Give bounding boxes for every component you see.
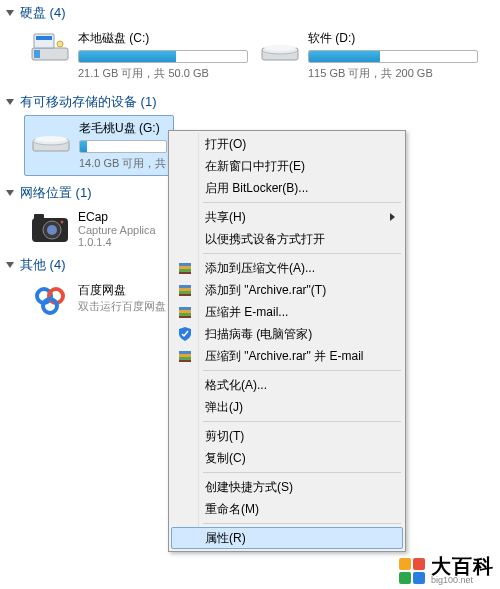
menu-item[interactable]: 属性(R) bbox=[171, 527, 403, 549]
menu-separator bbox=[203, 421, 401, 422]
menu-separator bbox=[203, 202, 401, 203]
drive-c[interactable]: 本地磁盘 (C:) 21.1 GB 可用，共 50.0 GB bbox=[24, 26, 254, 85]
drive-name: 软件 (D:) bbox=[308, 30, 478, 47]
menu-item[interactable]: 压缩到 "Archive.rar" 并 E-mail bbox=[171, 345, 403, 367]
capacity-bar bbox=[308, 50, 478, 63]
svg-point-10 bbox=[35, 136, 67, 142]
watermark-url: big100.net bbox=[431, 576, 494, 585]
svg-rect-20 bbox=[179, 263, 191, 266]
rar-icon bbox=[176, 259, 194, 277]
usb-drive-icon bbox=[31, 120, 71, 154]
collapse-arrow-icon bbox=[6, 99, 14, 105]
menu-item[interactable]: 压缩并 E-mail... bbox=[171, 301, 403, 323]
menu-item[interactable]: 以便携式设备方式打开 bbox=[171, 228, 403, 250]
rar-icon bbox=[176, 303, 194, 321]
menu-item-label: 创建快捷方式(S) bbox=[205, 479, 293, 496]
section-title: 网络位置 (1) bbox=[20, 184, 92, 202]
menu-separator bbox=[203, 472, 401, 473]
svg-rect-22 bbox=[179, 269, 191, 272]
capacity-bar bbox=[78, 50, 248, 63]
svg-point-14 bbox=[47, 225, 57, 235]
hdd-icon bbox=[30, 30, 70, 64]
capacity-bar bbox=[79, 140, 167, 153]
menu-item-label: 属性(R) bbox=[205, 530, 246, 547]
menu-item-label: 弹出(J) bbox=[205, 399, 243, 416]
collapse-arrow-icon bbox=[6, 10, 14, 16]
menu-item[interactable]: 弹出(J) bbox=[171, 396, 403, 418]
app-description: Capture Applica bbox=[78, 224, 156, 236]
menu-item[interactable]: 重命名(M) bbox=[171, 498, 403, 520]
menu-item[interactable]: 共享(H) bbox=[171, 206, 403, 228]
svg-rect-33 bbox=[179, 354, 191, 357]
svg-rect-30 bbox=[179, 313, 191, 316]
menu-separator bbox=[203, 253, 401, 254]
section-title: 其他 (4) bbox=[20, 256, 66, 274]
rar-icon bbox=[176, 347, 194, 365]
hdd-icon bbox=[260, 30, 300, 64]
menu-item[interactable]: 复制(C) bbox=[171, 447, 403, 469]
menu-item-label: 剪切(T) bbox=[205, 428, 244, 445]
drive-stats: 115 GB 可用，共 200 GB bbox=[308, 66, 478, 81]
drive-name: 本地磁盘 (C:) bbox=[78, 30, 248, 47]
drive-name: 老毛桃U盘 (G:) bbox=[79, 120, 167, 137]
menu-item[interactable]: 打开(O) bbox=[171, 133, 403, 155]
svg-rect-3 bbox=[36, 36, 52, 40]
collapse-arrow-icon bbox=[6, 262, 14, 268]
shield-icon bbox=[176, 325, 194, 343]
menu-item-label: 添加到压缩文件(A)... bbox=[205, 260, 315, 277]
submenu-arrow-icon bbox=[390, 213, 395, 221]
menu-item[interactable]: 添加到压缩文件(A)... bbox=[171, 257, 403, 279]
menu-separator bbox=[203, 523, 401, 524]
svg-rect-21 bbox=[179, 266, 191, 269]
context-menu: 打开(O)在新窗口中打开(E)启用 BitLocker(B)...共享(H)以便… bbox=[168, 130, 406, 552]
menu-item[interactable]: 添加到 "Archive.rar"(T) bbox=[171, 279, 403, 301]
section-header-hdd[interactable]: 硬盘 (4) bbox=[0, 0, 500, 26]
svg-rect-1 bbox=[34, 50, 40, 58]
menu-item-label: 启用 BitLocker(B)... bbox=[205, 180, 308, 197]
menu-item-label: 共享(H) bbox=[205, 209, 246, 226]
menu-item-label: 添加到 "Archive.rar"(T) bbox=[205, 282, 326, 299]
section-header-removable[interactable]: 有可移动存储的设备 (1) bbox=[0, 89, 500, 115]
camera-icon bbox=[30, 210, 70, 246]
menu-item[interactable]: 在新窗口中打开(E) bbox=[171, 155, 403, 177]
section-title: 硬盘 (4) bbox=[20, 4, 66, 22]
menu-item[interactable]: 格式化(A)... bbox=[171, 374, 403, 396]
menu-item[interactable]: 启用 BitLocker(B)... bbox=[171, 177, 403, 199]
menu-item[interactable]: 创建快捷方式(S) bbox=[171, 476, 403, 498]
svg-rect-26 bbox=[179, 291, 191, 294]
menu-item-label: 压缩到 "Archive.rar" 并 E-mail bbox=[205, 348, 364, 365]
watermark-text: 大百科 bbox=[431, 556, 494, 576]
drive-stats: 14.0 GB 可用，共 bbox=[79, 156, 167, 171]
menu-item-label: 扫描病毒 (电脑管家) bbox=[205, 326, 312, 343]
svg-rect-29 bbox=[179, 310, 191, 313]
menu-item-label: 复制(C) bbox=[205, 450, 246, 467]
menu-item-label: 压缩并 E-mail... bbox=[205, 304, 288, 321]
svg-point-15 bbox=[61, 221, 64, 224]
drive-stats: 21.1 GB 可用，共 50.0 GB bbox=[78, 66, 248, 81]
svg-rect-34 bbox=[179, 357, 191, 360]
svg-rect-28 bbox=[179, 307, 191, 310]
app-name: 百度网盘 bbox=[78, 282, 166, 299]
svg-rect-25 bbox=[179, 288, 191, 291]
baidu-cloud-icon bbox=[30, 282, 70, 318]
app-name: ECap bbox=[78, 210, 156, 224]
menu-item[interactable]: 剪切(T) bbox=[171, 425, 403, 447]
rar-icon bbox=[176, 281, 194, 299]
svg-rect-12 bbox=[34, 214, 44, 220]
menu-item-label: 在新窗口中打开(E) bbox=[205, 158, 305, 175]
section-title: 有可移动存储的设备 (1) bbox=[20, 93, 157, 111]
menu-separator bbox=[203, 370, 401, 371]
svg-rect-24 bbox=[179, 285, 191, 288]
menu-item-label: 重命名(M) bbox=[205, 501, 259, 518]
menu-item-label: 以便携式设备方式打开 bbox=[205, 231, 325, 248]
svg-rect-32 bbox=[179, 351, 191, 354]
menu-item[interactable]: 扫描病毒 (电脑管家) bbox=[171, 323, 403, 345]
menu-item-label: 打开(O) bbox=[205, 136, 246, 153]
app-description: 双击运行百度网盘 bbox=[78, 299, 166, 314]
drive-g-usb[interactable]: 老毛桃U盘 (G:) 14.0 GB 可用，共 bbox=[24, 115, 174, 176]
app-version: 1.0.1.4 bbox=[78, 236, 156, 248]
svg-point-7 bbox=[264, 45, 296, 51]
drive-d[interactable]: 软件 (D:) 115 GB 可用，共 200 GB bbox=[254, 26, 484, 85]
watermark: 大百科 big100.net bbox=[399, 556, 494, 585]
collapse-arrow-icon bbox=[6, 190, 14, 196]
